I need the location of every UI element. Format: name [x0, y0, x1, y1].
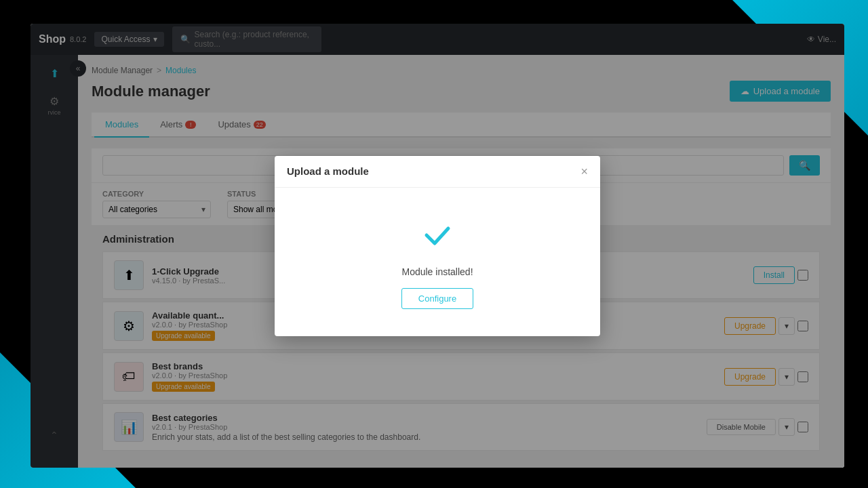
modal-title: Upload a module [287, 165, 369, 177]
module-installed-text: Module installed! [401, 266, 473, 277]
success-checkmark-icon [418, 215, 456, 258]
upload-module-modal: Upload a module × Module installed! Conf… [275, 156, 600, 336]
modal-close-button[interactable]: × [580, 165, 588, 178]
modal-header: Upload a module × [275, 156, 600, 188]
modal-overlay: Upload a module × Module installed! Conf… [31, 24, 844, 468]
app-container: Shop 8.0.2 Quick Access ▾ 🔍 Search (e.g.… [31, 24, 844, 468]
configure-button[interactable]: Configure [401, 288, 473, 309]
modal-body: Module installed! Configure [275, 188, 600, 336]
